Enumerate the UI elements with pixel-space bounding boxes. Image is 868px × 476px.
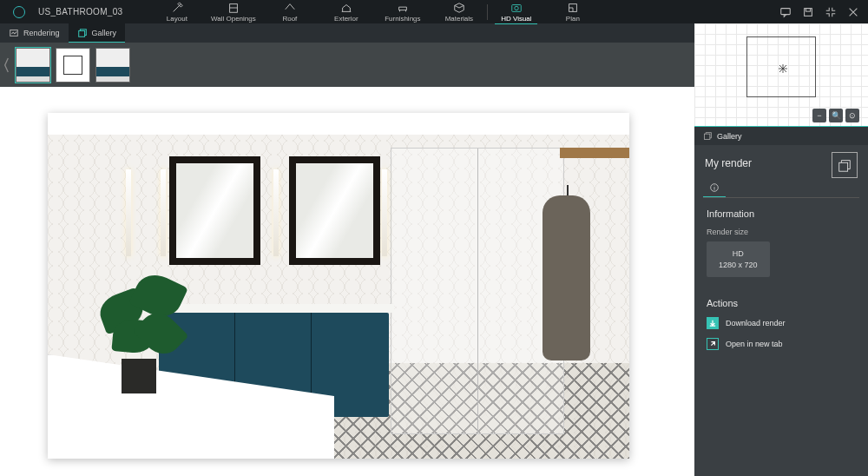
svg-rect-1 bbox=[512, 4, 522, 11]
subtab-rendering[interactable]: Rendering bbox=[0, 23, 69, 43]
zoom-out-icon[interactable]: − bbox=[812, 109, 826, 122]
floorplan-minimap[interactable]: − 🔍 ⊙ bbox=[694, 23, 868, 126]
download-icon bbox=[707, 317, 719, 329]
project-name: US_BATHROOM_03 bbox=[38, 7, 122, 17]
main-tools: Layout Wall Openings Roof Exterior Furni… bbox=[148, 0, 601, 23]
svg-rect-4 bbox=[781, 8, 791, 14]
info-heading: Information bbox=[707, 208, 856, 219]
thumb-prev[interactable] bbox=[0, 43, 12, 87]
info-panel: Gallery My render Information Render siz… bbox=[694, 126, 868, 476]
tool-hd-visual[interactable]: HD Visual bbox=[488, 0, 544, 23]
svg-rect-10 bbox=[839, 162, 848, 171]
thumbnail-2[interactable] bbox=[56, 48, 90, 83]
tool-plan[interactable]: Plan bbox=[544, 0, 601, 23]
subtab-gallery[interactable]: Gallery bbox=[69, 23, 126, 43]
tool-layout[interactable]: Layout bbox=[148, 0, 205, 23]
render-size-label: Render size bbox=[707, 228, 856, 236]
top-toolbar: US_BATHROOM_03 Layout Wall Openings Roof… bbox=[0, 0, 868, 23]
tool-materials[interactable]: Materials bbox=[431, 0, 487, 23]
panel-tab-gallery[interactable]: Gallery bbox=[694, 126, 868, 145]
render-viewport bbox=[0, 87, 694, 476]
render-size-value: HD 1280 x 720 bbox=[707, 241, 770, 277]
thumbnail-1[interactable] bbox=[16, 48, 50, 83]
svg-point-2 bbox=[515, 6, 518, 10]
tool-furnishings[interactable]: Furnishings bbox=[374, 0, 431, 23]
tool-exterior[interactable]: Exterior bbox=[318, 0, 374, 23]
external-link-icon bbox=[707, 338, 719, 350]
render-image[interactable] bbox=[48, 113, 629, 459]
svg-rect-9 bbox=[705, 134, 710, 139]
fullscreen-collapse-icon[interactable] bbox=[823, 4, 838, 20]
tool-roof[interactable]: Roof bbox=[261, 0, 318, 23]
camera-marker-icon[interactable] bbox=[777, 63, 786, 71]
thumbnail-3[interactable] bbox=[95, 48, 130, 83]
close-icon[interactable] bbox=[845, 4, 861, 20]
save-icon[interactable] bbox=[800, 4, 816, 20]
app-logo[interactable] bbox=[0, 6, 38, 18]
info-tab-icon[interactable] bbox=[703, 178, 726, 197]
recenter-icon[interactable]: ⊙ bbox=[845, 109, 859, 122]
tool-wall-openings[interactable]: Wall Openings bbox=[205, 0, 261, 23]
download-render-button[interactable]: Download render bbox=[707, 317, 856, 329]
zoom-in-icon[interactable]: 🔍 bbox=[829, 109, 843, 122]
actions-heading: Actions bbox=[707, 298, 856, 308]
svg-rect-6 bbox=[806, 8, 810, 11]
gallery-stack-icon[interactable] bbox=[832, 152, 858, 178]
chat-icon[interactable] bbox=[778, 4, 793, 20]
open-new-tab-button[interactable]: Open in new tab bbox=[707, 338, 856, 350]
svg-rect-8 bbox=[78, 30, 84, 36]
